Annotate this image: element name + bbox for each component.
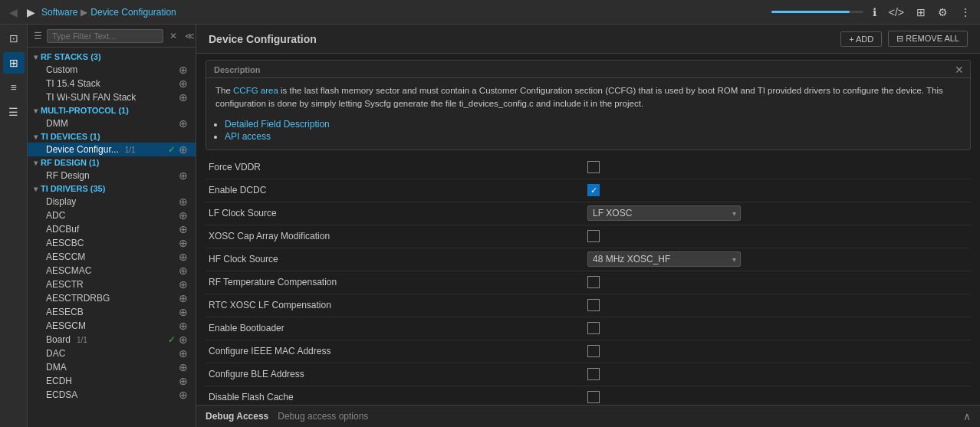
sidebar-item-display-add-button[interactable]: ⊕ (177, 196, 189, 207)
description-text-after: is the last flash memory sector and must… (215, 86, 943, 108)
ieee-mac-checkbox[interactable] (587, 345, 600, 357)
enable-dcdc-checkbox[interactable] (587, 184, 600, 196)
bootloader-control (587, 322, 971, 334)
sidebar-item-aesgcm-add-button[interactable]: ⊕ (177, 320, 189, 331)
sidebar-group-tidevices[interactable]: ▾ TI DEVICES (1) (28, 130, 196, 143)
rf-temp-checkbox[interactable] (587, 276, 600, 288)
sidebar-item-ecdh-add-button[interactable]: ⊕ (177, 376, 189, 386)
device-config-title: Device Configuration (209, 33, 317, 45)
sidebar-item-ecdsa-add-button[interactable]: ⊕ (177, 389, 189, 400)
sidebar-item-aesccm-add-button[interactable]: ⊕ (177, 251, 189, 262)
hamburger-icon[interactable]: ☰ (34, 31, 42, 41)
sidebar-item-dac-add-button[interactable]: ⊕ (177, 348, 189, 359)
table-icon-button[interactable]: ≡ (3, 77, 25, 98)
sidebar-item-adc-add-button[interactable]: ⊕ (177, 210, 189, 221)
sidebar-item-aesecb-add-button[interactable]: ⊕ (177, 307, 189, 317)
api-access-link[interactable]: API access (225, 131, 271, 142)
sidebar-collapse-button[interactable]: ≪ (183, 31, 196, 41)
add-button[interactable]: + ADD (840, 31, 882, 47)
sidebar-group-rf-stacks[interactable]: ▾ RF STACKS (3) (28, 51, 196, 63)
sidebar-item-ecdh[interactable]: ECDH ⊕ (28, 374, 196, 388)
config-table: Force VDDR Enable DCDC LF Clock Source (196, 156, 980, 406)
forward-button[interactable]: ▶ (24, 5, 38, 19)
sidebar-item-dma[interactable]: DMA ⊕ (28, 360, 196, 374)
breadcrumb: Software ▶ Device Configuration (41, 7, 176, 18)
sidebar-item-display[interactable]: Display ⊕ (28, 195, 196, 209)
sidebar-item-board[interactable]: Board 1/1 ✓ ⊕ (28, 333, 196, 347)
sidebar-item-rfdesign[interactable]: RF Design ⊕ (28, 169, 196, 182)
detailed-field-description-link[interactable]: Detailed Field Description (225, 119, 330, 130)
sidebar-item-aescbc-add-button[interactable]: ⊕ (177, 238, 189, 248)
more-icon-button[interactable]: ⋮ (957, 5, 974, 20)
description-close-button[interactable]: ✕ (955, 64, 964, 76)
sidebar-group-rfdesign[interactable]: ▾ RF DESIGN (1) (28, 156, 196, 169)
sidebar-item-aesctr-add-button[interactable]: ⊕ (177, 279, 189, 290)
list-icon-button[interactable]: ☰ (3, 101, 25, 123)
force-vddr-label: Force VDDR (206, 162, 587, 172)
sidebar-item-adc[interactable]: ADC ⊕ (28, 209, 196, 222)
sidebar-item-dma-add-button[interactable]: ⊕ (177, 362, 189, 373)
ieee-mac-control (587, 345, 971, 357)
sidebar-item-dmm-add-button[interactable]: ⊕ (177, 118, 189, 129)
sidebar-group-multiprotocol[interactable]: ▾ MULTI-PROTOCOL (1) (28, 104, 196, 117)
sidebar-group-tidrivers[interactable]: ▾ TI DRIVERS (35) (28, 182, 196, 195)
ccfg-area-link[interactable]: CCFG area (233, 86, 278, 95)
lf-clock-select[interactable]: LF XOSC LF RCOSC External LF (587, 205, 741, 221)
xosc-cap-checkbox[interactable] (587, 230, 600, 242)
sidebar-item-aesccm[interactable]: AESCCM ⊕ (28, 250, 196, 264)
grid-icon-button[interactable]: ⊞ (3, 52, 25, 74)
sidebar-item-adcbuf[interactable]: ADCBuf ⊕ (28, 222, 196, 236)
sidebar-item-tiwisun[interactable]: TI Wi-SUN FAN Stack ⊕ (28, 90, 196, 104)
sidebar-group-tidrivers-label: TI DRIVERS (35) (41, 184, 105, 193)
sidebar-item-device-config-add-button[interactable]: ⊕ (177, 144, 189, 155)
sidebar-item-aesecb[interactable]: AESECB ⊕ (28, 305, 196, 319)
hf-clock-select[interactable]: 48 MHz XOSC_HF 48 MHz RCOSC_HF (587, 251, 741, 267)
sidebar-item-custom-add-button[interactable]: ⊕ (177, 64, 189, 75)
back-button[interactable]: ◀ (6, 5, 21, 19)
sidebar-item-aescmac-add-button[interactable]: ⊕ (177, 265, 189, 276)
flash-cache-checkbox[interactable] (587, 391, 600, 403)
board-check-icon: ✓ (168, 334, 176, 345)
sidebar-header: ☰ ✕ ≪ (28, 25, 196, 48)
force-vddr-control (587, 161, 971, 173)
flash-cache-label: Disable Flash Cache (206, 392, 587, 402)
sidebar-item-device-config[interactable]: Device Configur... 1/1 ✓ ⊕ (28, 143, 196, 156)
sidebar-item-aesctrdrbg[interactable]: AESCTRDRBG ⊕ (28, 291, 196, 305)
layout-icon-button[interactable]: ⊞ (913, 5, 929, 20)
settings-icon-button[interactable]: ⚙ (935, 5, 951, 20)
ble-addr-checkbox[interactable] (587, 368, 600, 380)
sidebar-item-dac[interactable]: DAC ⊕ (28, 347, 196, 360)
sidebar-item-aesgcm[interactable]: AESGCM ⊕ (28, 319, 196, 333)
debug-bar[interactable]: Debug Access Debug access options ∧ (196, 405, 980, 427)
sidebar-item-tiwisun-add-button[interactable]: ⊕ (177, 92, 189, 103)
force-vddr-checkbox[interactable] (587, 161, 600, 173)
chevron-down-icon: ▾ (34, 133, 38, 141)
sidebar-item-ti154stack-add-button[interactable]: ⊕ (177, 78, 189, 89)
sidebar-item-aesctr[interactable]: AESCTR ⊕ (28, 278, 196, 291)
info-icon-button[interactable]: ℹ (870, 5, 880, 20)
sidebar-item-adcbuf-add-button[interactable]: ⊕ (177, 224, 189, 235)
sidebar-item-ti154stack[interactable]: TI 15.4 Stack ⊕ (28, 77, 196, 90)
breadcrumb-current: Device Configuration (90, 7, 176, 18)
rtc-xosc-label: RTC XOSC LF Compensation (206, 300, 587, 310)
sidebar-item-aesctrdrbg-add-button[interactable]: ⊕ (177, 293, 189, 304)
files-icon-button[interactable]: ⊡ (3, 28, 25, 49)
config-row-ieee-mac: Configure IEEE MAC Address (206, 340, 971, 363)
sidebar-item-custom[interactable]: Custom ⊕ (28, 63, 196, 77)
sidebar-item-ecdsa[interactable]: ECDSA ⊕ (28, 388, 196, 402)
top-bar-left: ◀ ▶ Software ▶ Device Configuration (6, 5, 176, 19)
sidebar-item-aescbc[interactable]: AESCBC ⊕ (28, 236, 196, 250)
filter-close-button[interactable]: ✕ (168, 31, 179, 41)
code-icon-button[interactable]: </> (886, 5, 907, 20)
sidebar-group-rf-stacks-label: RF STACKS (3) (41, 52, 101, 61)
sidebar-item-board-add-button[interactable]: ⊕ (177, 334, 189, 345)
remove-all-button[interactable]: ⊟ REMOVE ALL (888, 31, 968, 47)
bootloader-checkbox[interactable] (587, 322, 600, 334)
rtc-xosc-checkbox[interactable] (587, 299, 600, 311)
sidebar-item-dmm[interactable]: DMM ⊕ (28, 117, 196, 130)
breadcrumb-software[interactable]: Software (41, 7, 77, 18)
filter-input[interactable] (47, 29, 163, 43)
bootloader-label: Enable Bootloader (206, 323, 587, 333)
sidebar-item-rfdesign-add-button[interactable]: ⊕ (177, 170, 189, 181)
sidebar-item-aescmac[interactable]: AESCMAC ⊕ (28, 264, 196, 278)
